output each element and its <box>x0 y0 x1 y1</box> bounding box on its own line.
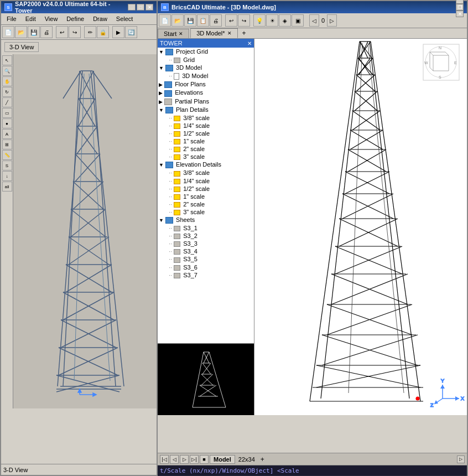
sap-rotate-tool[interactable]: ↻ <box>2 87 12 97</box>
brics-file-tree-header: TOWER ✕ <box>158 39 254 48</box>
tree-item-sheets[interactable]: ▼ Sheets <box>158 216 254 224</box>
brics-save-button[interactable]: 💾 <box>184 14 196 27</box>
tree-item-floorplans[interactable]: ▶ Floor Plans <box>158 80 254 89</box>
sap-menu-view[interactable]: View <box>40 14 63 23</box>
tree-label-s3-4: S3_4 <box>183 248 197 255</box>
sap-redo-button[interactable]: ↪ <box>69 26 81 38</box>
brics-undo-button[interactable]: ↩ <box>225 14 237 27</box>
brics-model-button[interactable]: Model <box>210 455 235 464</box>
tree-item-elev-2[interactable]: ·· 2" scale <box>158 200 254 208</box>
brics-scroll-right-button[interactable]: ▷ <box>457 456 465 463</box>
sap-all-tool[interactable]: all <box>2 182 12 192</box>
brics-counter-left-button[interactable]: ◁ <box>309 14 319 27</box>
tree-item-partialplans[interactable]: ▶ Partial Plans <box>158 97 254 106</box>
sap-print-button[interactable]: 🖨 <box>40 26 53 38</box>
brics-redo-button[interactable]: ↪ <box>238 14 250 27</box>
brics-saveas-button[interactable]: 📋 <box>197 14 209 27</box>
sap-draw-button[interactable]: ✏ <box>84 26 96 38</box>
tree-label-plan-12: 1/2" scale <box>183 130 210 137</box>
tree-item-elev-1[interactable]: ·· 1" scale <box>158 193 254 200</box>
brics-restore-button[interactable]: ❐ <box>456 4 464 11</box>
sap-section-tool[interactable]: ⊞ <box>2 139 12 149</box>
tree-item-elevdetails[interactable]: ▼ Elevation Details <box>158 161 254 169</box>
sap-loop-button[interactable]: 🔄 <box>125 26 137 38</box>
brics-tab-start-close[interactable]: ✕ <box>179 31 183 37</box>
brics-light-button[interactable]: 💡 <box>253 14 266 27</box>
brics-cmd-line[interactable]: t/Scale (nx/nxp)/Window/OBject] <Scale <box>158 465 467 475</box>
brics-minimize-button[interactable]: _ <box>456 0 464 4</box>
brics-new-button[interactable]: 📄 <box>159 14 171 27</box>
brics-window: B BricsCAD Ultimate - [3D Model.dwg] _ ❐… <box>158 0 468 476</box>
sap-select-tool[interactable]: ↖ <box>2 55 12 65</box>
tree-item-plan-2[interactable]: ·· 2" scale <box>158 145 254 153</box>
brics-render-button[interactable]: ▣ <box>292 14 304 27</box>
sap-lock-button[interactable]: 🔒 <box>97 26 109 38</box>
tree-item-grid[interactable]: ·· Grid <box>158 56 254 64</box>
sap-menu-define[interactable]: Define <box>62 14 89 23</box>
sap-label-tool[interactable]: A <box>2 129 12 139</box>
tree-item-elevations[interactable]: ▶ Elevations <box>158 89 254 97</box>
sap-draw-line-tool[interactable]: ╱ <box>2 97 12 107</box>
sap-win-buttons: _ □ ✕ <box>128 4 153 11</box>
tree-item-s3-7[interactable]: ·· S3_7 <box>158 271 254 279</box>
tree-item-elev-14[interactable]: ·· 1/4" scale <box>158 177 254 185</box>
sap-spring-tool[interactable]: S <box>2 161 12 170</box>
tree-item-plan-38[interactable]: ·· 3/8" scale <box>158 114 254 122</box>
brics-sun-button[interactable]: ☀ <box>266 14 278 27</box>
sap-undo-button[interactable]: ↩ <box>56 26 68 38</box>
brics-tab-3dmodel[interactable]: 3D Model* ✕ <box>190 28 237 38</box>
brics-file-tree-close-button[interactable]: ✕ <box>247 40 252 46</box>
brics-tab-add-button[interactable]: + <box>239 28 249 38</box>
tree-item-s3-5[interactable]: ·· S3_5 <box>158 255 254 263</box>
tree-item-s3-2[interactable]: ·· S3_2 <box>158 232 254 240</box>
brics-tab-3dmodel-close[interactable]: ✕ <box>227 30 232 36</box>
brics-nav-end-button[interactable]: ▷| <box>190 455 199 464</box>
sap-menu-edit[interactable]: Edit <box>21 14 40 23</box>
sap-new-button[interactable]: 📄 <box>2 26 14 38</box>
sap-zoom-tool[interactable]: 🔍 <box>2 66 12 76</box>
tree-item-elev-38[interactable]: ·· 3/8" scale <box>158 169 254 177</box>
brics-nav-start-button[interactable]: |◁ <box>160 455 169 464</box>
brics-nav-next-button[interactable]: ▷ <box>180 455 189 464</box>
tree-item-plan-1[interactable]: ·· 1" scale <box>158 137 254 145</box>
tree-item-s3-4[interactable]: ·· S3_4 <box>158 247 254 255</box>
sap-frame-tool[interactable]: ▭ <box>2 108 12 118</box>
sap-menu-file[interactable]: File <box>2 14 21 23</box>
sap-maximize-button[interactable]: □ <box>137 4 144 11</box>
svg-rect-67 <box>254 39 467 415</box>
tree-item-3dmodel[interactable]: ▼ 3D Model <box>158 64 254 72</box>
sap-minimize-button[interactable]: _ <box>128 4 136 11</box>
tree-item-3dmodel-file[interactable]: ·· 3D Model <box>158 72 254 80</box>
brics-nav-record-button[interactable]: ■ <box>200 455 209 464</box>
tree-item-elev-12[interactable]: ·· 1/2" scale <box>158 185 254 193</box>
sap-title: SAP2000 v24.0.0 Ultimate 64-bit - Tower <box>15 1 128 14</box>
tree-item-elev-3[interactable]: ·· 3" scale <box>158 208 254 216</box>
sap-menu-draw[interactable]: Draw <box>89 14 112 23</box>
brics-tab-start[interactable]: Start ✕ <box>158 29 189 38</box>
tree-item-plan-3[interactable]: ·· 3" scale <box>158 153 254 161</box>
sap-pan-tool[interactable]: ✋ <box>2 76 12 86</box>
brics-close-button[interactable]: ✕ <box>456 11 464 17</box>
tree-item-s3-1[interactable]: ·· S3_1 <box>158 224 254 232</box>
tree-item-plan-14[interactable]: ·· 1/4" scale <box>158 122 254 130</box>
sap-load-tool[interactable]: ↓ <box>2 171 12 181</box>
brics-add-sheet-button[interactable]: + <box>258 455 267 464</box>
brics-print-button[interactable]: 🖨 <box>210 14 222 27</box>
tree-label-s3-3: S3_3 <box>183 240 197 247</box>
brics-nav-prev-button[interactable]: ◁ <box>170 455 179 464</box>
brics-counter-right-button[interactable]: ▷ <box>327 14 337 27</box>
tree-item-s3-3[interactable]: ·· S3_3 <box>158 240 254 247</box>
sap-node-tool[interactable]: ● <box>2 118 12 128</box>
sap-close-button[interactable]: ✕ <box>145 4 153 11</box>
sap-open-button[interactable]: 📂 <box>15 26 27 38</box>
tree-item-project-grid[interactable]: ▼ Project Grid <box>158 48 254 56</box>
brics-open-button[interactable]: 📂 <box>171 14 184 27</box>
sap-menu-select[interactable]: Select <box>112 14 138 23</box>
sap-save-button[interactable]: 💾 <box>28 26 40 38</box>
tree-item-plan-12[interactable]: ·· 1/2" scale <box>158 130 254 137</box>
brics-material-button[interactable]: ◈ <box>279 14 291 27</box>
tree-item-plandetails[interactable]: ▼ Plan Details <box>158 106 254 114</box>
sap-measure-tool[interactable]: 📏 <box>2 150 12 160</box>
sap-run-button[interactable]: ▶ <box>112 26 124 38</box>
tree-item-s3-6[interactable]: ·· S3_6 <box>158 263 254 271</box>
